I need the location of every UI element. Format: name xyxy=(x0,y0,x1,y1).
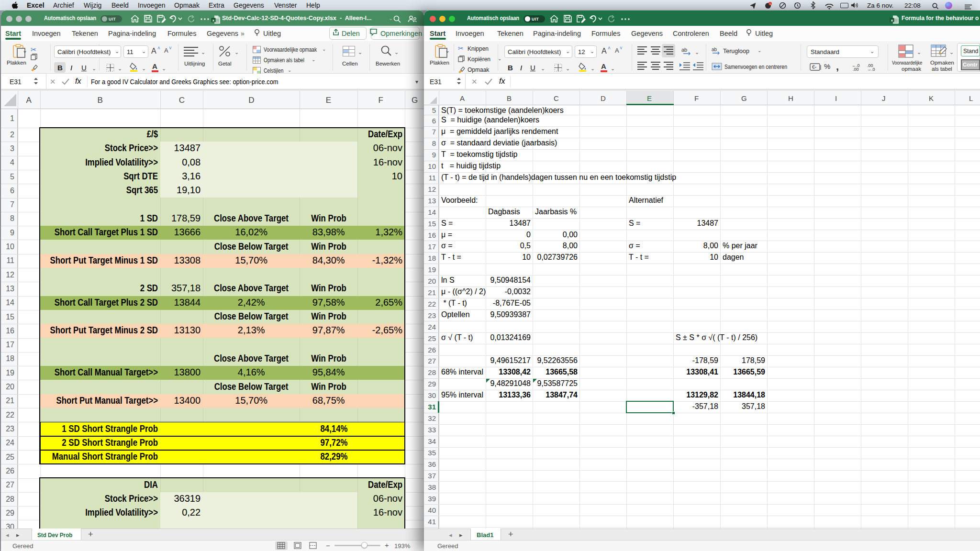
svg-text:x: x xyxy=(212,18,215,22)
svg-text:ab: ab xyxy=(712,47,717,52)
svg-text:ab: ab xyxy=(681,47,687,53)
svg-text:.00: .00 xyxy=(853,67,859,71)
svg-text:→.0: →.0 xyxy=(867,67,875,71)
svg-text:€: € xyxy=(812,65,815,70)
svg-text:x: x xyxy=(891,18,893,22)
svg-text:1: 1 xyxy=(769,2,771,5)
